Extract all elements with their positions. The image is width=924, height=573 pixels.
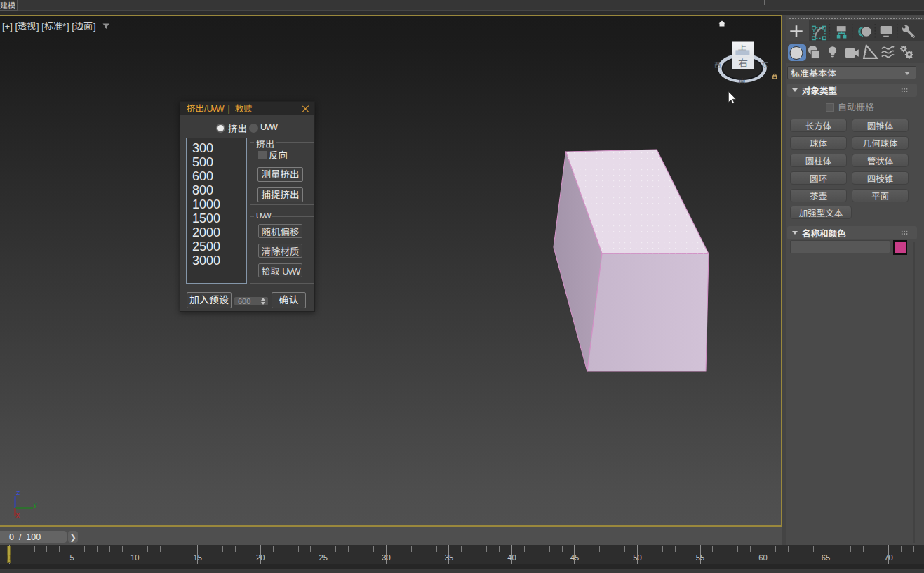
svg-text:西: 西 — [714, 60, 721, 70]
svg-text:x: x — [16, 511, 20, 519]
svg-text:z: z — [16, 488, 20, 496]
svg-text:南: 南 — [739, 76, 746, 86]
svg-text:y: y — [34, 500, 38, 508]
svg-text:上: 上 — [738, 43, 747, 52]
svg-text:右: 右 — [738, 55, 748, 70]
svg-text:东: 东 — [762, 60, 769, 70]
